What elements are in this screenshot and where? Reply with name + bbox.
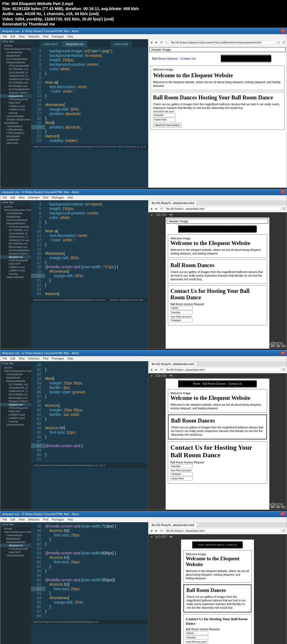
back-icon[interactable]: ◄ [149,41,153,45]
close-icon[interactable]: × [281,351,285,355]
close-icon[interactable]: × [281,512,285,516]
thumbnail-1: elequant.css - E:\Ruby Basics Course\HTM… [0,28,287,188]
print-icon[interactable]: ⎙ [277,41,281,45]
file-info: File: 004 Eloquent Website Part 2.mp4 Si… [0,0,287,28]
code-editor[interactable]: index.html elequant.css index.html 3 bac… [31,39,148,188]
thumbnail-4: elequant.css - E:\Ruby Basics Course\HTM… [0,511,287,644]
nav-links[interactable]: Ball Room Dances · Contact Us [151,56,197,61]
screenshot-icon[interactable]: 📷 [169,213,173,216]
file-tree[interactable]: HTML files jscompWeb Development Project… [0,200,31,349]
thumbnail-2: elequant.css - E:\Ruby Basics Course\HTM… [0,189,287,349]
forward-icon[interactable]: ► [154,41,158,45]
back-icon[interactable]: ◄ [149,207,153,211]
file-tree[interactable]: HTML files jscompWeb Development Project… [0,361,31,510]
timestamp: 00:03:15 [271,183,286,187]
reload-icon[interactable]: ⟳ [159,207,163,211]
status-bar: Web Development Projects\ElequantWebsite… [31,144,148,149]
rich-select[interactable]: Peasant [153,113,175,117]
code-editor[interactable]: 48@media screen and (max-width:713px) {4… [31,522,148,644]
overlap-card: Ball Room Dances Hosting Your Ball Room … [151,92,284,130]
browser-preview: ◄ ► ⟳ ⌂ file:///E:/Ruby%20Basics%20Cours… [148,39,287,188]
file-tree[interactable]: HTML files jscomp Web Development Projec… [0,39,31,188]
code-editor[interactable]: 4 background-repeat: no-repeat;5 height:… [31,200,148,349]
close-icon[interactable]: × [281,190,285,194]
forward-icon[interactable]: ► [154,207,158,211]
browser-preview: file:///E:/Ruby%...ebsite/index.html ◄►⟳… [148,200,287,349]
nav-bar [221,55,271,62]
home-icon[interactable]: ⌂ [165,41,168,45]
send-invoice-button[interactable]: Send US Your Invoice [153,123,182,127]
thumbnail-3: elequant.css - E:\Ruby Basics Course\HTM… [0,350,287,510]
reload-icon[interactable]: ⟳ [159,41,163,45]
header-image: Header Image [149,47,286,52]
close-icon[interactable]: × [281,29,285,33]
nav-bar [178,226,257,232]
responsive-toolbar[interactable]: ✕731×727📷 [148,212,287,218]
guest-size-input[interactable]: Guest Size [153,118,175,122]
window-title: elequant.css - E:\Ruby Basics Course\HTM… [0,28,287,34]
menu-icon[interactable]: ☰ [282,41,286,45]
editor-tabs[interactable]: index.html elequant.css index.html [31,39,148,47]
file-tree[interactable]: HTML files jscompWeb Development Project… [0,522,31,644]
nav-bar[interactable]: Home · Ball Room Dances · Contact Us [178,381,257,387]
menu-icon[interactable]: ☰ [282,207,286,211]
menu-bar[interactable]: FileEditViewSelectionFindPackagesHelp [0,34,287,39]
welcome-card: Welcome Image Welcome to the Elequent We… [151,66,284,90]
code-editor[interactable]: 3031}3233#brd{34 margin: 20px 30px;35 bo… [31,361,148,510]
url-bar[interactable]: file:///E:/Ruby%20Basics%20Course/HTML%2… [170,40,276,45]
